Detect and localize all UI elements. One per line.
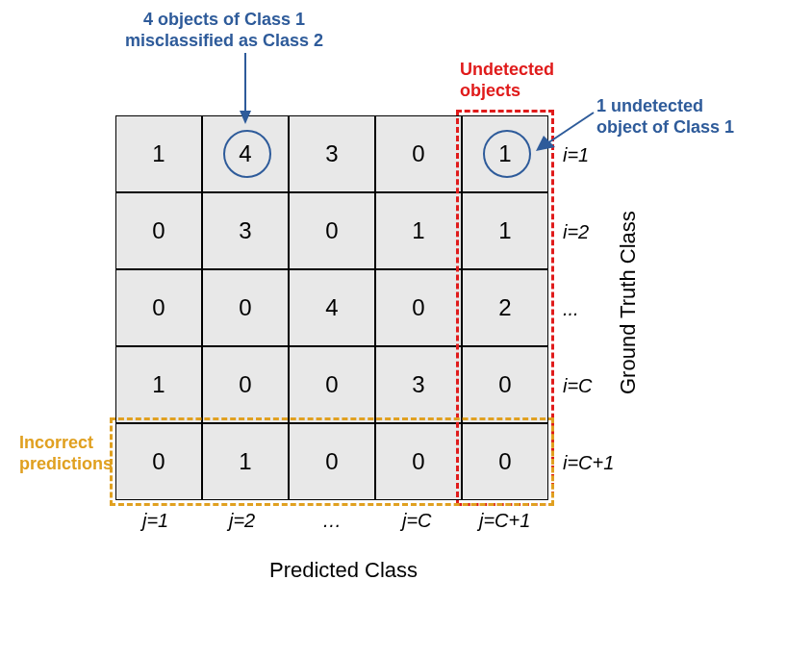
cell-1-2: 0 [289, 192, 375, 269]
cell-0-3: 0 [375, 115, 462, 192]
annotation-undetected-right-line2: object of Class 1 [596, 117, 734, 137]
row-label-1: i=2 [563, 221, 589, 243]
cell-3-3: 3 [375, 346, 462, 423]
cell-1-3: 1 [375, 192, 462, 269]
cell-0-0: 1 [115, 115, 202, 192]
col-label-3: j=C [402, 510, 432, 532]
col-label-1: j=2 [229, 510, 255, 532]
svg-line-2 [547, 113, 594, 143]
incorrect-row-box [110, 417, 554, 506]
cell-2-2: 4 [289, 269, 375, 346]
cell-0-2: 3 [289, 115, 375, 192]
row-label-3: i=C [563, 375, 593, 397]
svg-marker-3 [536, 136, 555, 151]
annotation-undetected-right-line1: 1 undetected [596, 96, 703, 115]
col-label-4: j=C+1 [479, 510, 530, 532]
circle-highlight-misclass [223, 130, 271, 178]
cell-3-0: 1 [115, 346, 202, 423]
confusion-matrix-diagram: 1 4 3 0 1 0 3 0 1 1 0 0 4 0 2 1 0 0 3 0 … [0, 0, 812, 656]
cell-3-1: 0 [202, 346, 289, 423]
annotation-undetected-right: 1 undetected object of Class 1 [596, 96, 734, 138]
annotation-misclass: 4 objects of Class 1 misclassified as Cl… [125, 10, 323, 51]
row-label-2: ... [563, 298, 579, 320]
arrow-misclass [231, 53, 260, 130]
cell-2-0: 0 [115, 269, 202, 346]
annotation-undetected-line1: Undetected [460, 60, 554, 79]
row-label-4: i=C+1 [563, 452, 614, 474]
cell-3-2: 0 [289, 346, 375, 423]
y-axis-label: Ground Truth Class [616, 211, 641, 394]
annotation-incorrect-line2: predictions [19, 454, 113, 473]
arrow-undetected [534, 111, 601, 149]
x-axis-label: Predicted Class [269, 558, 418, 583]
annotation-misclass-line1: 4 objects of Class 1 [143, 10, 305, 29]
annotation-incorrect-line1: Incorrect [19, 433, 93, 452]
annotation-misclass-line2: misclassified as Class 2 [125, 31, 323, 50]
cell-2-3: 0 [375, 269, 462, 346]
annotation-undetected-line2: objects [460, 81, 520, 100]
annotation-incorrect: Incorrect predictions [19, 433, 113, 474]
cell-2-1: 0 [202, 269, 289, 346]
svg-marker-1 [240, 111, 251, 124]
cell-1-1: 3 [202, 192, 289, 269]
annotation-undetected-header: Undetected objects [460, 60, 554, 101]
cell-1-0: 0 [115, 192, 202, 269]
col-label-0: j=1 [142, 510, 168, 532]
col-label-2: … [322, 510, 342, 532]
